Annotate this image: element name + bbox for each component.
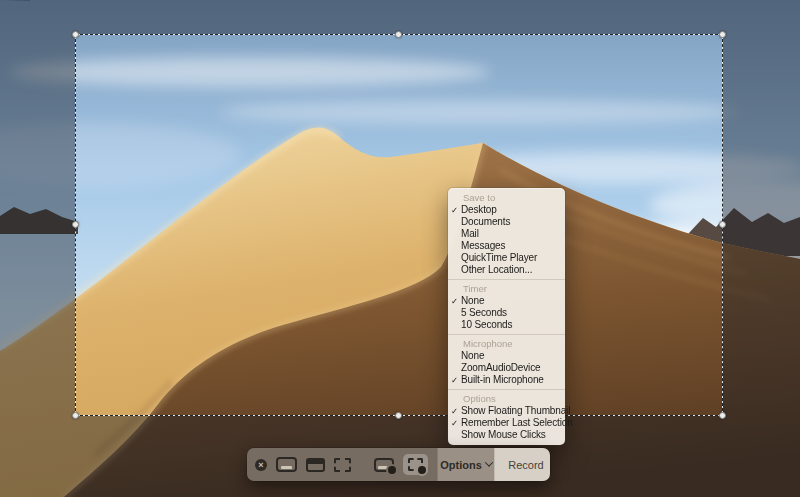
selection-handle-top-left[interactable]: [72, 31, 79, 38]
menu-item-label: ZoomAudioDevice: [461, 362, 540, 374]
options-menu: Save to✓DesktopDocumentsMailMessagesQuic…: [448, 188, 565, 445]
capture-entire-screen-icon: [276, 457, 297, 472]
capture-entire-screen-button[interactable]: [276, 457, 297, 472]
close-button[interactable]: ×: [255, 459, 267, 471]
menu-item-label: QuickTime Player: [461, 252, 537, 264]
menu-item-none[interactable]: ✓None: [448, 295, 565, 307]
selection-handle-top-middle[interactable]: [395, 31, 402, 38]
selection-border-dashes: [75, 34, 723, 416]
menu-item-messages[interactable]: Messages: [448, 240, 565, 252]
selection-handle-bottom-right[interactable]: [719, 412, 726, 419]
menu-section-microphone: MicrophoneNoneZoomAudioDevice✓Built-in M…: [448, 334, 565, 386]
menu-item-label: Remember Last Selection: [461, 417, 573, 429]
chevron-down-icon: [485, 458, 493, 466]
menu-item-desktop[interactable]: ✓Desktop: [448, 204, 565, 216]
menu-section-header: Save to: [448, 192, 565, 204]
menu-item-other-location[interactable]: Other Location...: [448, 264, 565, 276]
record-entire-screen-icon: [374, 458, 394, 472]
menu-item-quicktime-player[interactable]: QuickTime Player: [448, 252, 565, 264]
record-entire-screen-button[interactable]: [374, 458, 394, 472]
menu-item-label: Mail: [461, 228, 479, 240]
menu-item-label: 10 Seconds: [461, 319, 512, 331]
selection-handle-middle-right[interactable]: [719, 221, 726, 228]
menu-item-5-seconds[interactable]: 5 Seconds: [448, 307, 565, 319]
checkmark-icon: ✓: [448, 405, 461, 417]
record-button-label: Record: [508, 459, 543, 471]
menu-section-header: Options: [448, 393, 565, 405]
menu-section-header: Timer: [448, 283, 565, 295]
record-button[interactable]: Record: [494, 448, 550, 481]
menu-item-label: Desktop: [461, 204, 497, 216]
checkmark-icon: ✓: [448, 204, 461, 216]
record-selected-portion-button[interactable]: [403, 454, 428, 475]
menu-item-show-floating-thumbnail[interactable]: ✓Show Floating Thumbnail: [448, 405, 565, 417]
menu-item-documents[interactable]: Documents: [448, 216, 565, 228]
menu-section-save-to: Save to✓DesktopDocumentsMailMessagesQuic…: [448, 192, 565, 276]
menu-item-label: Messages: [461, 240, 505, 252]
menu-item-label: 5 Seconds: [461, 307, 507, 319]
capture-selected-window-button[interactable]: [306, 458, 325, 472]
toolbar-capture-buttons: ×: [247, 448, 437, 481]
screenshot-utility-screen: Save to✓DesktopDocumentsMailMessagesQuic…: [0, 0, 800, 497]
close-icon: ×: [255, 459, 267, 471]
menu-item-label: Other Location...: [461, 264, 532, 276]
options-dropdown-label: Options: [440, 459, 482, 471]
menu-item-show-mouse-clicks[interactable]: Show Mouse Clicks: [448, 429, 565, 441]
menu-item-10-seconds[interactable]: 10 Seconds: [448, 319, 565, 331]
capture-selected-window-icon: [306, 458, 325, 472]
menu-item-label: Show Mouse Clicks: [461, 429, 546, 441]
selection-handle-bottom-left[interactable]: [72, 412, 79, 419]
menu-item-label: None: [461, 295, 484, 307]
selection-handle-middle-left[interactable]: [72, 221, 79, 228]
menu-item-none[interactable]: None: [448, 350, 565, 362]
menu-item-zoomaudiodevice[interactable]: ZoomAudioDevice: [448, 362, 565, 374]
menu-item-remember-last-selection[interactable]: ✓Remember Last Selection: [448, 417, 565, 429]
options-dropdown-button[interactable]: Options: [437, 448, 494, 481]
capture-selected-portion-icon: [334, 458, 351, 472]
selection-handle-top-right[interactable]: [719, 31, 726, 38]
checkmark-icon: ✓: [448, 295, 461, 307]
selection-region[interactable]: [76, 35, 722, 415]
menu-item-mail[interactable]: Mail: [448, 228, 565, 240]
record-selected-portion-icon: [408, 458, 423, 471]
menu-item-label: None: [461, 350, 484, 362]
checkmark-icon: ✓: [448, 417, 461, 429]
screenshot-toolbar: × Options Record: [247, 448, 550, 481]
menu-item-built-in-microphone[interactable]: ✓Built-in Microphone: [448, 374, 565, 386]
menu-item-label: Documents: [461, 216, 510, 228]
selection-handle-bottom-middle[interactable]: [395, 412, 402, 419]
capture-selected-portion-button[interactable]: [334, 458, 351, 472]
menu-section-timer: Timer✓None5 Seconds10 Seconds: [448, 279, 565, 331]
menu-item-label: Show Floating Thumbnail: [461, 405, 570, 417]
menu-item-label: Built-in Microphone: [461, 374, 544, 386]
checkmark-icon: ✓: [448, 374, 461, 386]
menu-section-header: Microphone: [448, 338, 565, 350]
menu-section-options: Options✓Show Floating Thumbnail✓Remember…: [448, 389, 565, 441]
